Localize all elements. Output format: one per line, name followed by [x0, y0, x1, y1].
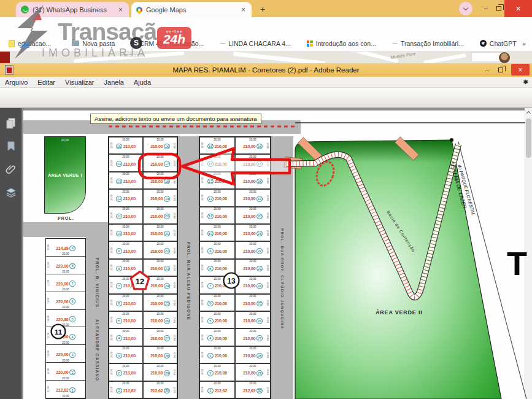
lot-cell: 20,00210,001810,50 [235, 172, 271, 189]
bookmark-educacao[interactable]: educacao... [9, 40, 51, 47]
lot-area: 210,00 [123, 336, 136, 341]
lot-number: 6 [116, 301, 122, 307]
dimension-label: 20,00 [144, 225, 177, 228]
dimension-label: 10,50 [110, 335, 113, 341]
reader-restore-button[interactable] [495, 64, 507, 75]
bookmark-nova-pasta[interactable]: Nova pasta [72, 40, 115, 47]
prol-street-label: PROL. [58, 216, 74, 220]
reader-minimize-button[interactable]: – [481, 64, 493, 75]
reader-close-button[interactable]: × [511, 64, 530, 76]
dimension-label: 10,50 [173, 282, 175, 288]
bookmarks-overflow-icon[interactable]: » [522, 40, 526, 47]
folder-icon [72, 41, 79, 46]
lot-number: 11 [116, 214, 122, 220]
dimension-label: 10,50 [201, 300, 204, 306]
favicon-dash-icon: ⁓ [220, 41, 225, 47]
dimension-label: 20,00 [144, 138, 177, 141]
scroll-up-button[interactable] [525, 108, 532, 117]
dimension-label: 20,00 [236, 277, 270, 281]
lot-area: 210,00 [215, 144, 227, 149]
lot-row: 20,002210,0010,5020,00210,002910,50 [109, 363, 177, 381]
scrollbar-thumb[interactable] [526, 118, 531, 158]
lot-cell: 20,00210,002210,50 [235, 241, 271, 258]
bookmark-chatgpt[interactable]: ✱ ChatGPT [480, 40, 517, 47]
menu-ajuda[interactable]: Ajuda [129, 79, 156, 86]
lot-area: 212,62 [215, 389, 227, 393]
menu-visualizar[interactable]: Visualizar [60, 79, 99, 86]
dimension-label: 20,00 [46, 306, 85, 309]
lot-area: 210,00 [150, 266, 163, 271]
lot-area: 210,00 [243, 266, 255, 271]
menu-pin-icon[interactable]: ✱ [523, 79, 528, 85]
dimension-label: 20,00 [236, 312, 270, 316]
dimension-label: 10,50 [110, 265, 113, 271]
tab-search-chevron[interactable] [459, 2, 472, 15]
lot-area: 210,00 [215, 319, 227, 323]
lot-cell: 20,00212,623010,50 [235, 381, 271, 398]
lot-number: 19 [164, 196, 170, 202]
screen: (31) WhatsApp Business × Google Maps × +… [0, 0, 532, 399]
dimension-label: 20,00 [109, 225, 142, 228]
tab-label: Google Maps [146, 6, 236, 14]
lot-cell: 20,00210,002010,50 [235, 207, 271, 224]
page-thumbnails-icon[interactable] [5, 117, 17, 129]
lot-area: 210,00 [150, 284, 163, 288]
dimension-label: 10,50 [201, 212, 204, 219]
lot-row: 20,009210,0010,5020,00210,002210,50 [109, 241, 177, 258]
lot-area: 210,00 [215, 266, 227, 271]
dimension-label: 10,50 [266, 282, 269, 288]
microsoft-icon [307, 41, 313, 47]
lot-cell: 20,0014210,0010,50 [199, 154, 235, 171]
dimension-label: 10,50 [173, 265, 175, 271]
layers-icon[interactable] [5, 187, 17, 199]
menu-janela[interactable]: Janela [99, 79, 129, 86]
lot-row: 20,008210,0010,5020,00210,002310,50 [109, 259, 177, 276]
dimension-label: 20,00 [144, 365, 177, 368]
lot-cell: 20,005210,0010,50 [109, 311, 143, 328]
reader-title-bar[interactable]: MAPA RES. PIAMALIM - Corretores (2).pdf … [0, 63, 532, 77]
lot-number: 10 [207, 231, 214, 237]
lot-area: 210,00 [243, 301, 255, 306]
chrome-restore-button[interactable] [493, 0, 505, 17]
lot-cell: 20,00210,002910,50 [235, 363, 271, 381]
lot-area: 212,62 [56, 388, 68, 392]
bookmark-linda-chacara[interactable]: ⁓ LINDA CHACARA 4... [220, 40, 291, 47]
lot-row: 20,0014210,0010,5020,00210,001710,50 [109, 154, 177, 171]
lot-cell: 214,39920,0011,00 [46, 239, 85, 257]
bookmark-introducao[interactable]: Introdução aos con... [307, 40, 376, 47]
tab-close-icon[interactable]: × [117, 6, 124, 14]
lot-number: 3 [69, 352, 75, 358]
bookmark-crm49[interactable]: ⁓ CRM 49 | Transação... [131, 40, 204, 47]
dimension-label: 10,50 [201, 352, 204, 358]
dimension-label: 10,50 [110, 387, 113, 393]
lot-area: 220,00 [56, 300, 68, 304]
attachments-icon[interactable] [5, 163, 17, 176]
dimension-label: 11,00 [47, 280, 50, 286]
lot-area: 210,00 [243, 179, 255, 184]
lot-area: 210,00 [215, 179, 227, 184]
lot-number: 2 [116, 370, 122, 376]
tab-close-icon[interactable]: × [240, 6, 247, 14]
tab-whatsapp[interactable]: (31) WhatsApp Business × [16, 2, 129, 17]
new-tab-button[interactable]: + [257, 4, 268, 15]
lot-cell: 20,00210,002510,50 [235, 294, 271, 311]
chrome-minimize-button[interactable]: – [480, 0, 492, 17]
tab-google-maps[interactable]: Google Maps × [131, 2, 252, 17]
lot-row: 20,0010210,0010,5020,00210,002110,50 [199, 224, 271, 241]
map-road [233, 52, 325, 63]
menu-arquivo[interactable]: Arquivo [0, 79, 33, 86]
lot-number: 26 [256, 318, 263, 324]
lot-area: 210,00 [150, 371, 163, 375]
favicon-dash-icon: ⁓ [392, 41, 398, 47]
lot-area: 210,00 [215, 371, 227, 375]
bookmark-transacao[interactable]: ⁓ Transação Imobiliári... [392, 40, 464, 47]
menu-editar[interactable]: Editar [33, 79, 60, 86]
lot-area: 210,00 [123, 231, 136, 236]
lot-row: 20,009210,0010,5020,00210,002210,50 [199, 241, 271, 258]
lot-area: 210,00 [150, 319, 163, 323]
lot-cell: 20,0015210,0010,50 [199, 137, 235, 154]
street-claudio-junqueira: PROL. RUA PROF. CLÁUDIO JUNQUEIRA [271, 136, 293, 399]
chrome-close-button[interactable]: × [504, 0, 532, 17]
dimension-label: 20,00 [200, 190, 234, 193]
bookmarks-panel-icon[interactable] [5, 140, 17, 152]
